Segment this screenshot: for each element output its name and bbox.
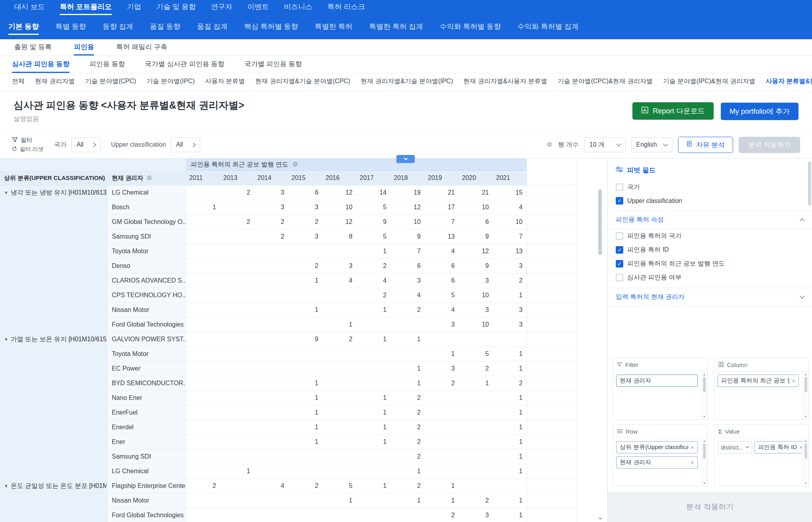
row-count-settings-icon[interactable]: ⚙ (547, 141, 552, 148)
tab-trend-type[interactable]: 국가별 피인용 동향 (244, 56, 302, 73)
apply-analysis-bottom-button[interactable]: 분석 적용하기 (608, 492, 812, 522)
group-empty-cell (0, 493, 107, 508)
pivot-tag[interactable]: 피인용 특허 ID× (755, 441, 806, 453)
add-to-portfolio-button[interactable]: My portfolio에 추가 (721, 103, 799, 120)
year-column-header: 2014 (254, 171, 288, 185)
primary-nav-item[interactable]: 이벤트 (247, 2, 269, 15)
value-cell (288, 317, 322, 332)
pivot-tag[interactable]: 현재 권리자 (616, 375, 698, 387)
tab-breakdown[interactable]: 기술 분야별(IPC) (146, 73, 195, 91)
checkbox-unchecked[interactable] (616, 274, 623, 281)
secondary-nav-item[interactable]: 수익화 특허별 집계 (517, 22, 578, 35)
tab-breakdown[interactable]: 기술 분야별(CPC) (85, 73, 136, 91)
primary-nav-item[interactable]: 비즈니스 (284, 2, 312, 15)
band-settings-icon[interactable]: ⚙ (292, 161, 298, 168)
tab-breakdown[interactable]: 사용자 분류별&현재 권리자별 (766, 73, 812, 91)
value-aggregation-select[interactable]: distinct... (718, 441, 752, 453)
tab-trend-type[interactable]: 심사관 피인용 동향 (12, 56, 69, 73)
secondary-nav-item[interactable]: 수익화 특허별 동향 (440, 22, 501, 35)
upper-classification-select[interactable]: All (171, 138, 200, 152)
pivot-field-label: Upper classification (627, 197, 682, 205)
secondary-nav-item[interactable]: 특별한 특허 (315, 22, 352, 35)
filter-panel-scrollbar[interactable]: ▲▼ (701, 372, 707, 419)
pivot-tag[interactable]: 피인용 특허의 최근 공보 발행 ...× (718, 375, 799, 387)
tab-breakdown[interactable]: 현재 권리자별 (35, 73, 75, 91)
group-collapse-icon[interactable]: ▼ (4, 190, 8, 195)
country-filter-select[interactable]: All (71, 138, 101, 152)
row-filler-cell (527, 347, 576, 361)
tab-breakdown[interactable]: 현재 권리자별&사용자 분류별 (463, 73, 547, 91)
group-collapse-icon[interactable]: ▼ (4, 337, 8, 342)
filter-toggle[interactable]: 필터 (12, 136, 44, 144)
primary-nav-item[interactable]: 기업 (127, 2, 141, 15)
free-analysis-button[interactable]: 자유 분석 (678, 137, 733, 153)
value-cell: 21 (425, 185, 459, 200)
remove-tag-icon[interactable]: × (792, 377, 795, 384)
tab-breakdown[interactable]: 기술 분야별(IPC)&현재 권리자별 (663, 73, 755, 91)
scrollbar-thumb[interactable] (598, 189, 602, 255)
secondary-nav-item[interactable]: 특별 동향 (56, 22, 86, 35)
tab-trend-type[interactable]: 피인용 동향 (89, 56, 125, 73)
pivot-field[interactable]: 피인용 특허의 국가 (608, 229, 812, 243)
filter-reset-button[interactable]: 필터 리셋 (12, 146, 44, 153)
primary-nav-item[interactable]: 특허 리스크 (327, 2, 365, 15)
pivot-field[interactable]: 국가 (608, 180, 812, 194)
remove-tag-icon[interactable]: × (691, 459, 694, 466)
primary-nav-item[interactable]: 연구자 (211, 2, 232, 15)
column-panel-scrollbar[interactable]: ▲▼ (802, 372, 808, 419)
pivot-section-header[interactable]: 피인용 특허 속성 (608, 210, 812, 229)
value-cell: 1 (356, 303, 391, 317)
primary-nav-item[interactable]: 대시 보드 (14, 2, 45, 15)
secondary-nav-item[interactable]: 동향 집계 (103, 22, 133, 35)
value-cell (254, 435, 288, 449)
secondary-nav-item[interactable]: 품질 집계 (197, 22, 228, 35)
scroll-down-icon[interactable] (598, 516, 601, 520)
value-cell: 3 (459, 508, 493, 522)
value-cell (254, 303, 288, 317)
checkbox-checked[interactable]: ✓ (616, 260, 623, 268)
pivot-tag[interactable]: 상위 분류(Upper classificati...× (616, 441, 698, 453)
group-collapse-icon[interactable]: ▼ (4, 484, 8, 488)
tab-breakdown[interactable]: 전체 (12, 73, 25, 91)
pivot-field[interactable]: ✓Upper classification (608, 194, 812, 207)
primary-nav-item[interactable]: 특허 포트폴리오 (60, 2, 112, 15)
value-panel-scrollbar[interactable]: ▲▼ (802, 438, 808, 486)
pivot-tag[interactable]: 현재 권리자× (616, 456, 698, 468)
secondary-nav-item[interactable]: 품질 동향 (150, 22, 180, 35)
tab-breakdown[interactable]: 사용자 분류별 (205, 73, 245, 91)
value-cell (425, 332, 459, 346)
pivot-field[interactable]: ✓피인용 특허 ID (608, 243, 812, 257)
value-cell: 1 (288, 303, 322, 317)
pivot-section-header[interactable]: 입력 특허의 현재 권리자 (608, 288, 812, 306)
value-cell (391, 508, 425, 522)
tab-breakdown[interactable]: 기술 분야별(CPC)&현재 권리자별 (557, 73, 653, 91)
checkbox-checked[interactable]: ✓ (616, 246, 623, 254)
secondary-nav-item[interactable]: 핵심 특허별 동향 (244, 22, 298, 35)
row-panel-scrollbar[interactable]: ▲▼ (701, 438, 707, 486)
checkbox-unchecked[interactable] (616, 184, 623, 191)
primary-nav-item[interactable]: 기술 및 융합 (156, 2, 196, 15)
tab-breakdown[interactable]: 현재 권리자별&기술 분야별(CPC) (255, 73, 350, 91)
tab-trend-type[interactable]: 국가별 심사관 피인용 동향 (145, 56, 224, 73)
row-filler-cell (527, 391, 576, 405)
apply-analysis-button[interactable]: 분석 적용하기 (739, 137, 800, 153)
collapse-columns-button[interactable] (396, 155, 415, 163)
checkbox-unchecked[interactable] (616, 232, 623, 240)
checkbox-checked[interactable]: ✓ (616, 197, 623, 205)
row-count-select[interactable]: 10 개 (584, 138, 626, 152)
report-download-button[interactable]: Report 다운로드 (632, 102, 713, 120)
remove-tag-icon[interactable]: × (691, 444, 694, 451)
tab-breakdown[interactable]: 현재 권리자별&기술 분야별(IPC) (361, 73, 453, 91)
value-cell: 1 (356, 332, 391, 346)
tab-citation-type[interactable]: 피인용 (74, 39, 94, 55)
secondary-nav-item[interactable]: 특별한 특허 집계 (369, 22, 423, 35)
language-select[interactable]: English (631, 138, 672, 152)
tab-citation-type[interactable]: 특허 패밀리 구축 (116, 39, 167, 55)
secondary-nav-item[interactable]: 기본 동향 (8, 22, 39, 35)
sidebar-scrollbar-thumb[interactable] (808, 162, 811, 205)
column2-settings-icon[interactable]: ⚙ (146, 175, 152, 181)
table-scrollbar[interactable] (598, 187, 603, 519)
pivot-field[interactable]: ✓피인용 특허의 최근 공보 발행 연도 (608, 257, 812, 271)
pivot-field[interactable]: 심사관 피인용 여부 (608, 271, 812, 285)
tab-citation-type[interactable]: 출원 및 등록 (14, 39, 52, 55)
